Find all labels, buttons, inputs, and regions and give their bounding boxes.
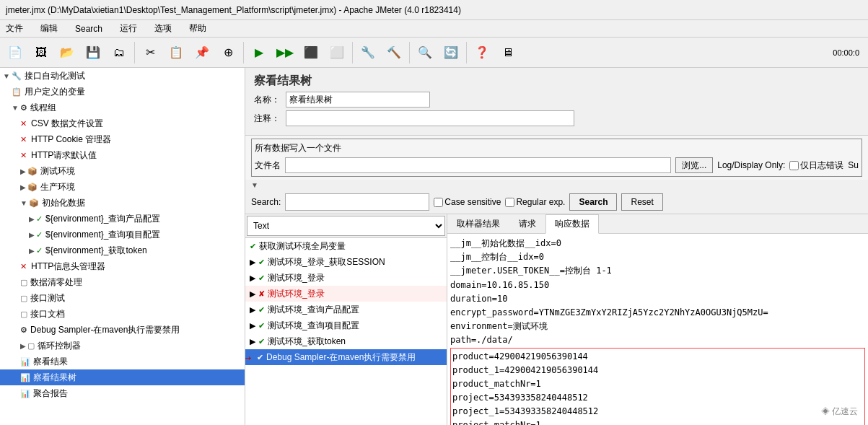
result-item-selected[interactable]: ✔ Debug Sampler-在maven执行需要禁用 bbox=[245, 349, 447, 365]
detail-line: product_matchNr=1 bbox=[452, 377, 863, 391]
name-input[interactable] bbox=[286, 92, 430, 108]
detail-line: project=53439335824044851​2 bbox=[452, 391, 863, 405]
sidebar-item-data-clear[interactable]: ▢ 数据清零处理 bbox=[0, 274, 245, 290]
search-row: Search: Case sensitive Regular exp. Sear… bbox=[245, 190, 868, 214]
menu-edit[interactable]: 编辑 bbox=[38, 21, 61, 36]
text-selector[interactable]: Text RegExp Tester CSS/JQuery Tester XPa… bbox=[247, 216, 445, 236]
menu-run[interactable]: 运行 bbox=[117, 21, 140, 36]
case-sensitive-checkbox[interactable] bbox=[434, 198, 443, 207]
result-item[interactable]: ✔ 获取测试环境全局变量 bbox=[245, 238, 447, 254]
sidebar-item-env-project[interactable]: ▶ ✓ ${environment}_查询项目配置 bbox=[0, 227, 245, 242]
sidebar-item-env-token[interactable]: ▶ ✓ ${environment}_获取token bbox=[0, 242, 245, 258]
debug-icon: ⚙ bbox=[20, 325, 27, 335]
detail-line: __jmeter.USER_TOKEN__=控制台 1-1 bbox=[450, 264, 865, 278]
check-icon: ✓ bbox=[36, 230, 43, 240]
detail-line: __jm__控制台__idx=0 bbox=[450, 250, 865, 264]
title-text: jmeter.jmx (D:\MyData\xietian1\Desktop\T… bbox=[6, 5, 461, 15]
sidebar-item-thread-group[interactable]: ▼ ⚙ 线程组 bbox=[0, 100, 245, 115]
arrow-icon: ▶ bbox=[20, 183, 26, 191]
arrow-pointer-row: → ✔ Debug Sampler-在maven执行需要禁用 bbox=[245, 349, 447, 365]
play-no-pause-btn[interactable]: ▶▶ bbox=[273, 40, 297, 65]
detail-line: domain=10.16.85.150 bbox=[450, 279, 865, 292]
arrow-icon: ▶ bbox=[29, 215, 35, 223]
copy-btn[interactable]: 📋 bbox=[164, 40, 188, 65]
sep3 bbox=[352, 42, 353, 63]
paste-btn[interactable]: 📌 bbox=[190, 40, 214, 65]
title-bar: jmeter.jmx (D:\MyData\xietian1\Desktop\T… bbox=[0, 0, 868, 20]
reset-tool-btn[interactable]: 🔄 bbox=[439, 40, 463, 65]
search-tool-btn[interactable]: 🔍 bbox=[413, 40, 437, 65]
tab-request[interactable]: 请求 bbox=[509, 214, 545, 233]
detail-content: __jm__初始化数据__idx=0 __jm__控制台__idx=0 __jm… bbox=[447, 234, 868, 425]
save-btn[interactable]: 💾 bbox=[81, 40, 105, 65]
menu-help[interactable]: 帮助 bbox=[186, 21, 209, 36]
result-item-error[interactable]: ▶ ✘ 测试环境_登录 bbox=[245, 286, 447, 302]
arrow-icon: ▶ bbox=[29, 231, 35, 239]
shutdown-btn[interactable]: ⬜ bbox=[325, 40, 349, 65]
result-item[interactable]: ▶ ✔ 测试环境_获取token bbox=[245, 333, 447, 349]
sidebar-item-agg-report[interactable]: 📊 聚合报告 bbox=[0, 385, 245, 401]
expand-btn[interactable]: ⊕ bbox=[216, 40, 240, 65]
sidebar-item-api-doc[interactable]: ▢ 接口文档 bbox=[0, 306, 245, 322]
sidebar-item-http-info[interactable]: ✕ HTTP信息头管理器 bbox=[0, 258, 245, 274]
new-btn[interactable]: 📄 bbox=[3, 40, 27, 65]
sidebar-item-cookie[interactable]: ✕ HTTP Cookie 管理器 bbox=[0, 131, 245, 147]
sidebar-item-view-result[interactable]: 📊 察看结果 bbox=[0, 354, 245, 369]
regex-checkbox[interactable] bbox=[505, 198, 514, 207]
errors-checkbox[interactable] bbox=[789, 161, 799, 170]
clear-all-btn[interactable]: 🔨 bbox=[382, 40, 406, 65]
viewer-header: 察看结果树 名称： 注释： bbox=[245, 68, 868, 136]
sidebar-item-test-env[interactable]: ▶ 📦 测试环境 bbox=[0, 163, 245, 179]
result-item[interactable]: ▶ ✔ 测试环境_登录_获取SESSION bbox=[245, 254, 447, 270]
menu-file[interactable]: 文件 bbox=[3, 21, 26, 36]
cut-btn[interactable]: ✂ bbox=[138, 40, 162, 65]
sidebar-item-user-vars[interactable]: 📋 用户定义的变量 bbox=[0, 84, 245, 100]
result-item[interactable]: ▶ ✔ 测试环境_登录 bbox=[245, 270, 447, 286]
browse-button[interactable]: 浏览... bbox=[675, 157, 713, 173]
comment-input[interactable] bbox=[286, 110, 574, 126]
menu-bar: 文件 编辑 Search 运行 选项 帮助 bbox=[0, 20, 868, 38]
play-btn[interactable]: ▶ bbox=[247, 40, 271, 65]
sidebar-item-auto-test[interactable]: ▼ 🔧 接口自动化测试 bbox=[0, 68, 245, 84]
sidebar-item-prod-env[interactable]: ▶ 📦 生产环境 bbox=[0, 179, 245, 195]
help-btn[interactable]: ❓ bbox=[470, 40, 494, 65]
tab-sampler-result[interactable]: 取样器结果 bbox=[447, 214, 509, 233]
save-test-btn[interactable]: 🗂 bbox=[107, 40, 131, 65]
template-btn[interactable]: 🖼 bbox=[29, 40, 53, 65]
file-section-title: 所有数据写入一个文件 bbox=[255, 142, 859, 154]
search-input[interactable] bbox=[285, 193, 429, 211]
comment-label: 注释： bbox=[254, 113, 280, 125]
right-panel: 察看结果树 名称： 注释： 所有数据写入一个文件 文件名 浏览... Log/D… bbox=[245, 68, 868, 425]
tab-response-data[interactable]: 响应数据 bbox=[545, 214, 599, 234]
case-sensitive-text: Case sensitive bbox=[444, 197, 501, 207]
sidebar-item-http-default[interactable]: ✕ HTTP请求默认值 bbox=[0, 147, 245, 163]
arrow-icon: ▶ bbox=[250, 258, 255, 267]
clear-btn[interactable]: 🔧 bbox=[356, 40, 380, 65]
arrow-icon: ▼ bbox=[3, 72, 10, 80]
search-label: Search: bbox=[251, 197, 281, 207]
expand-arrow[interactable]: ▼ bbox=[251, 181, 258, 189]
agg-icon: 📊 bbox=[20, 389, 30, 398]
menu-search[interactable]: Search bbox=[72, 22, 105, 35]
sidebar-item-env-product[interactable]: ▶ ✓ ${environment}_查询产品配置 bbox=[0, 211, 245, 227]
reset-button[interactable]: Reset bbox=[621, 193, 662, 211]
sidebar-item-init-data[interactable]: ▼ 📦 初始化数据 bbox=[0, 195, 245, 211]
result-item[interactable]: ▶ ✔ 测试环境_查询项目配置 bbox=[245, 317, 447, 333]
remote-btn[interactable]: 🖥 bbox=[496, 40, 520, 65]
search-button[interactable]: Search bbox=[569, 193, 617, 211]
open-btn[interactable]: 📂 bbox=[55, 40, 79, 65]
stop-btn[interactable]: ⬛ bbox=[299, 40, 323, 65]
highlight-box: product=429004219056390144 product_1=429… bbox=[450, 348, 865, 426]
sidebar-item-api-test[interactable]: ▢ 接口测试 bbox=[0, 290, 245, 306]
detail-line: __jm__初始化数据__idx=0 bbox=[450, 237, 865, 250]
sidebar-item-debug[interactable]: ⚙ Debug Sampler-在maven执行需要禁用 bbox=[0, 322, 245, 338]
sidebar-item-csv[interactable]: ✕ CSV 数据文件设置 bbox=[0, 115, 245, 131]
menu-options[interactable]: 选项 bbox=[152, 21, 175, 36]
chart-icon: 📊 bbox=[20, 373, 30, 382]
sidebar-item-view-result-tree[interactable]: 📊 察看结果树 bbox=[0, 369, 245, 385]
file-input[interactable] bbox=[285, 157, 671, 173]
sidebar-item-loop[interactable]: ▶ ▢ 循环控制器 bbox=[0, 338, 245, 354]
detail-line: project_1=53439335824044851​2 bbox=[452, 405, 863, 419]
result-item[interactable]: ▶ ✔ 测试环境_查询产品配置 bbox=[245, 302, 447, 317]
text-selector-row: Text RegExp Tester CSS/JQuery Tester XPa… bbox=[245, 214, 447, 238]
